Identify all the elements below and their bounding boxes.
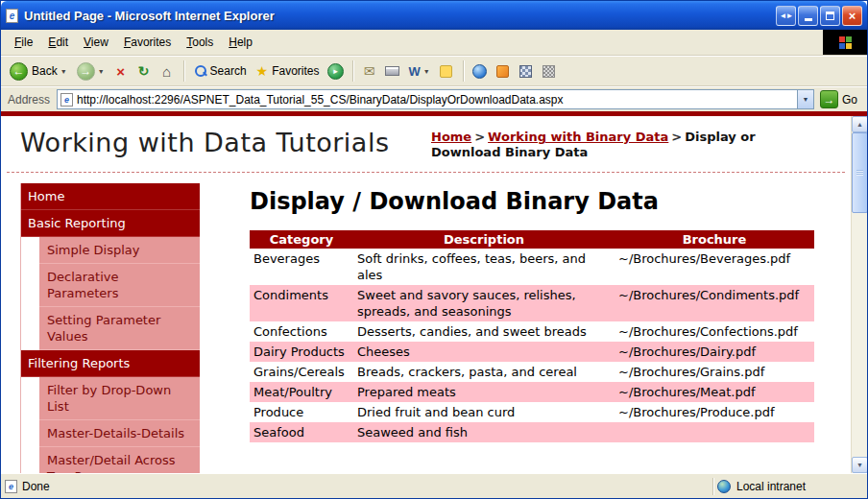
search-icon [194,65,206,78]
cell-description: Prepared meats [353,382,615,402]
refresh-button[interactable]: ↻ [135,62,153,80]
sidebar-item-master-detail-across-two-pages[interactable]: Master/Detail Across Two Pages [39,447,200,473]
cell-description: Seaweed and fish [353,422,615,442]
close-button[interactable]: × [842,6,862,26]
word-dropdown-icon[interactable]: ▼ [423,68,430,75]
lightning-icon [496,65,509,78]
addressbar: Address e ▼ → Go [1,86,867,111]
sidebar-item-basic-reporting[interactable]: Basic Reporting [20,210,200,237]
cell-category: Seafood [250,422,353,442]
back-dropdown-icon[interactable]: ▼ [60,68,67,75]
breadcrumb-section-link[interactable]: Working with Binary Data [488,130,668,144]
table-row: Grains/Cereals Breads, crackers, pasta, … [250,362,814,382]
cell-brochure: ~/Brochures/Produce.pdf [615,402,814,422]
categories-table: Category Description Brochure Beverages … [250,230,814,442]
maximize-icon [826,12,834,20]
minimize-button[interactable] [798,6,818,26]
print-button[interactable] [384,62,401,80]
status-text: Done [22,480,50,493]
forward-icon: → [77,62,95,81]
toolbar-separator [183,60,184,82]
sidebar-item-declarative-parameters[interactable]: Declarative Parameters [39,264,200,307]
zone-label: Local intranet [736,480,806,493]
search-button[interactable]: Search [189,62,252,80]
cell-description: Sweet and savory sauces, relishes, sprea… [353,285,615,321]
research-button[interactable] [518,62,535,80]
maximize-button[interactable] [820,6,840,26]
sidebar-item-filter-by-drop-down-list[interactable]: Filter by Drop-Down List [39,377,200,420]
move-window-button[interactable]: ◄► [776,6,796,26]
breadcrumb-separator: > [668,130,685,144]
sidebar-item-simple-display[interactable]: Simple Display [39,237,200,264]
address-input[interactable] [73,91,797,107]
go-arrow-icon: → [820,90,838,108]
favorites-button[interactable]: ★ Favorites [252,61,325,81]
media-icon: ▸ [327,63,344,80]
menu-tools[interactable]: Tools [179,32,221,53]
vertical-scrollbar[interactable]: ▲ ▼ [851,116,867,473]
cell-brochure: ~/Brochures/Grains.pdf [615,362,814,382]
page-icon: e [5,480,17,493]
sidebar-item-filtering-reports[interactable]: Filtering Reports [20,350,200,377]
left-right-arrows-icon: ◄► [780,12,793,20]
sidebar-item-master-details-details[interactable]: Master-Details-Details [39,420,200,447]
toolbar-separator [463,60,464,82]
menu-favorites[interactable]: Favorites [116,32,179,53]
browser-viewport: Working with Data Tutorials Home>Working… [1,111,867,473]
security-zone: Local intranet [717,480,863,493]
menu-help[interactable]: Help [221,32,260,53]
discuss-button[interactable] [438,62,455,80]
table-row: Confections Desserts, candies, and sweet… [250,321,814,342]
mail-button[interactable]: ✉ [361,62,378,80]
edit-with-word-button[interactable]: W ▼ [404,62,435,81]
cell-brochure: ~/Brochures/Confections.pdf [615,321,814,342]
cell-description: Soft drinks, coffees, teas, beers, and a… [353,249,615,285]
status-message: e Done [5,480,709,493]
menu-view[interactable]: View [76,32,116,53]
scroll-down-button[interactable]: ▼ [852,457,867,473]
menu-edit[interactable]: Edit [40,32,76,53]
address-dropdown-button[interactable]: ▼ [797,90,813,108]
main-content: Display / Download Binary Data Category … [250,183,814,473]
cell-brochure: ~/Brochures/Beverages.pdf [615,249,814,285]
sidebar-item-setting-parameter-values[interactable]: Setting Parameter Values [39,307,200,350]
table-row: Condiments Sweet and savory sauces, reli… [250,285,814,321]
toolbar-options-button[interactable] [541,62,558,80]
back-icon: ← [10,62,28,81]
media-button[interactable]: ▸ [327,62,345,80]
forward-dropdown-icon[interactable]: ▼ [98,68,105,75]
cell-brochure [615,422,814,442]
scroll-up-button[interactable]: ▲ [852,116,867,132]
ie-page-icon: e [6,9,18,23]
refresh-icon: ↻ [138,63,150,79]
favorites-label: Favorites [272,64,319,78]
forward-button[interactable]: → ▼ [72,60,109,83]
column-header-category: Category [250,230,353,249]
web-page: Working with Data Tutorials Home>Working… [1,116,851,473]
scrollbar-thumb[interactable] [852,132,867,213]
back-button[interactable]: ← Back ▼ [5,60,72,83]
table-row: Produce Dried fruit and bean curd ~/Broc… [250,402,814,422]
cell-description: Dried fruit and bean curd [353,402,615,422]
page-body: Home Basic Reporting Simple Display Decl… [1,173,851,473]
stop-button[interactable]: × [112,62,130,80]
toolbar: ← Back ▼ → ▼ × ↻ ⌂ Search ★ Favorites ▸ … [1,56,867,86]
quick-launch-button[interactable] [494,62,512,80]
page-header: Working with Data Tutorials Home>Working… [1,116,851,172]
menubar: File Edit View Favorites Tools Help [1,30,867,56]
cell-description: Desserts, candies, and sweet breads [353,321,615,342]
window-title: Untitled Page - Microsoft Internet Explo… [24,9,774,23]
word-icon: W [409,64,421,79]
cell-brochure: ~/Brochures/Condiments.pdf [615,285,814,321]
breadcrumb-separator: > [471,130,488,144]
go-button[interactable]: → Go [814,90,863,108]
titlebar[interactable]: e Untitled Page - Microsoft Internet Exp… [1,1,867,30]
table-row: Beverages Soft drinks, coffees, teas, be… [250,249,814,285]
sidebar-item-home[interactable]: Home [20,183,200,210]
calculator-icon [519,65,532,78]
breadcrumb-home-link[interactable]: Home [431,130,471,144]
messenger-button[interactable] [471,62,489,80]
menu-file[interactable]: File [7,32,40,53]
cell-brochure: ~/Brochures/Meat.pdf [615,382,814,402]
home-button[interactable]: ⌂ [158,62,176,80]
